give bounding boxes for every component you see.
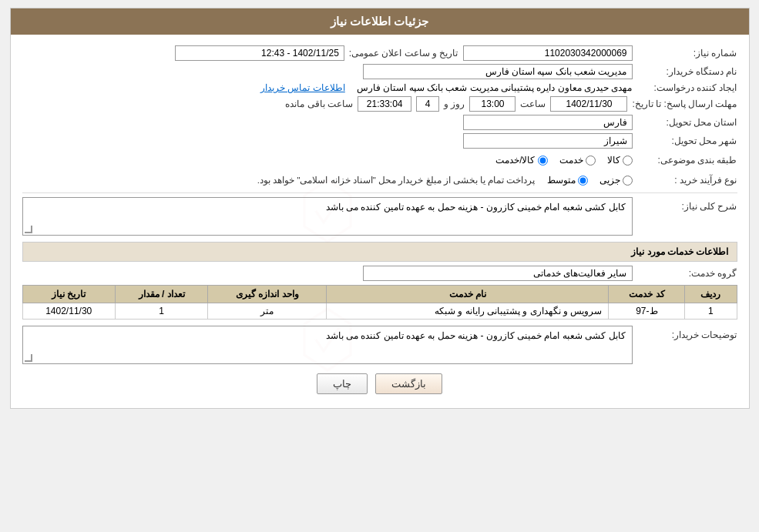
buyer-org-row: نام دستگاه خریدار: مدیریت شعب بانک سپه ا… — [22, 64, 737, 79]
category-kala-khedmat-radio[interactable] — [538, 156, 548, 166]
purchase-process-row: نوع فرآیند خرید : جزیی متوسط پرداخت تمام… — [22, 172, 737, 189]
creator-label: ایجاد کننده درخواست: — [637, 82, 737, 93]
response-date-value: 1402/11/30 — [550, 96, 627, 112]
resize-handle — [25, 226, 32, 233]
col-quantity: تعداد / مقدار — [115, 286, 207, 303]
category-options: کالا خدمت کالا/خدمت — [495, 155, 632, 166]
creator-name: مهدی حیدری معاون دایره پشتیبانی مدیریت ش… — [357, 82, 632, 93]
cell-service-code: ط-97 — [609, 303, 685, 320]
process-jozi-label: جزیی — [599, 175, 620, 186]
province-label: استان محل تحویل: — [637, 117, 737, 128]
process-motavasset: متوسط — [547, 175, 588, 186]
main-container: جزئیات اطلاعات نیاز شماره نیاز: 11020303… — [10, 8, 750, 409]
announcement-date-label: تاریخ و ساعت اعلان عمومی: — [349, 48, 458, 59]
resize-handle-2 — [25, 354, 32, 362]
response-remaining-label: ساعت باقی مانده — [285, 99, 353, 109]
response-time-label: ساعت — [520, 99, 546, 109]
back-button[interactable]: بازگشت — [375, 373, 442, 394]
need-description-box: کابل کشی شعبه امام خمینی کازرون - هزینه … — [22, 197, 633, 236]
table-header-row: ردیف کد خدمت نام خدمت واحد اندازه گیری ت… — [22, 286, 737, 303]
buyer-description-row: توضیحات خریدار: کابل کشی شعبه امام خمینی… — [22, 326, 737, 364]
process-motavasset-radio[interactable] — [578, 176, 588, 186]
response-days-value: 4 — [416, 96, 439, 112]
creator-contact-link[interactable]: اطلاعات تماس خریدار — [260, 82, 345, 93]
response-time-value: 13:00 — [469, 96, 516, 112]
need-number-label: شماره نیاز: — [637, 48, 737, 59]
category-label: طبقه بندی موضوعی: — [637, 155, 737, 166]
col-service-name: نام خدمت — [327, 286, 609, 303]
page-header: جزئیات اطلاعات نیاز — [11, 8, 749, 35]
service-group-value: سایر فعالیت‌های خدماتی — [363, 266, 633, 281]
service-group-label: گروه خدمت: — [637, 268, 737, 279]
response-deadline-row: مهلت ارسال پاسخ: تا تاریخ: 1402/11/30 سا… — [22, 96, 737, 112]
category-khedmat: خدمت — [559, 155, 596, 166]
need-number-value: 1102030342000069 — [463, 45, 633, 61]
purchase-process-text: پرداخت تمام یا بخشی از مبلغ خریدار محل "… — [257, 175, 536, 186]
city-value: شیراز — [463, 133, 633, 149]
buyer-description-text: کابل کشی شعبه امام خمینی کازرون - هزینه … — [326, 330, 626, 341]
category-kala-khedmat: کالا/خدمت — [495, 155, 547, 166]
category-khedmat-radio[interactable] — [586, 156, 596, 166]
service-group-row: گروه خدمت: سایر فعالیت‌های خدماتی — [22, 266, 737, 281]
category-kala-khedmat-label: کالا/خدمت — [495, 155, 535, 166]
process-motavasset-label: متوسط — [547, 175, 576, 186]
city-row: شهر محل تحویل: شیراز — [22, 133, 737, 149]
purchase-process-options: جزیی متوسط پرداخت تمام یا بخشی از مبلغ خ… — [22, 175, 633, 186]
announcement-date-value: 1402/11/25 - 12:43 — [175, 45, 344, 61]
services-table: ردیف کد خدمت نام خدمت واحد اندازه گیری ت… — [22, 285, 737, 320]
category-row: طبقه بندی موضوعی: کالا خدمت کالا/خدمت — [22, 152, 737, 169]
col-date: تاریخ نیاز — [22, 286, 115, 303]
buyer-description-box: کابل کشی شعبه امام خمینی کازرون - هزینه … — [22, 326, 633, 364]
response-remaining-value: 21:33:04 — [358, 96, 411, 112]
col-unit: واحد اندازه گیری — [208, 286, 327, 303]
category-khedmat-label: خدمت — [559, 155, 583, 166]
creator-row: ایجاد کننده درخواست: مهدی حیدری معاون دا… — [22, 82, 737, 93]
page-title: جزئیات اطلاعات نیاز — [331, 15, 428, 28]
process-jozi: جزیی — [599, 175, 633, 186]
action-buttons: بازگشت چاپ — [22, 373, 737, 394]
city-label: شهر محل تحویل: — [637, 136, 737, 146]
content-area: شماره نیاز: 1102030342000069 تاریخ و ساع… — [11, 35, 749, 408]
cell-row-num: 1 — [685, 303, 737, 320]
response-deadline-label: مهلت ارسال پاسخ: تا تاریخ: — [632, 99, 737, 109]
need-number-row: شماره نیاز: 1102030342000069 تاریخ و ساع… — [22, 45, 737, 61]
province-row: استان محل تحویل: فارس — [22, 115, 737, 130]
col-row-num: ردیف — [685, 286, 737, 303]
need-description-label: شرح کلی نیاز: — [637, 197, 737, 212]
cell-quantity: 1 — [115, 303, 207, 320]
buyer-description-label: توضیحات خریدار: — [637, 326, 737, 340]
divider-1 — [22, 192, 737, 193]
category-kala-radio[interactable] — [623, 156, 633, 166]
purchase-process-label: نوع فرآیند خرید : — [637, 175, 737, 186]
col-service-code: کد خدمت — [609, 286, 685, 303]
buyer-org-value: مدیریت شعب بانک سپه استان فارس — [363, 64, 633, 79]
buyer-org-label: نام دستگاه خریدار: — [637, 66, 737, 77]
category-kala: کالا — [607, 155, 633, 166]
need-description-wrapper: کابل کشی شعبه امام خمینی کازرون - هزینه … — [22, 197, 633, 236]
services-section-title: اطلاعات خدمات مورد نیاز — [22, 242, 737, 262]
category-kala-label: کالا — [607, 155, 620, 166]
cell-date: 1402/11/30 — [22, 303, 115, 320]
process-jozi-radio[interactable] — [623, 176, 633, 186]
cell-service-name: سرویس و نگهداری و پشتیبانی رایانه و شبکه — [327, 303, 609, 320]
need-description-text: کابل کشی شعبه امام خمینی کازرون - هزینه … — [326, 202, 626, 212]
need-description-row: شرح کلی نیاز: کابل کشی شعبه امام خمینی ک… — [22, 197, 737, 236]
print-button[interactable]: چاپ — [317, 373, 368, 394]
buyer-description-wrapper: کابل کشی شعبه امام خمینی کازرون - هزینه … — [22, 326, 633, 364]
table-row: 1 ط-97 سرویس و نگهداری و پشتیبانی رایانه… — [22, 303, 737, 320]
cell-unit: متر — [208, 303, 327, 320]
response-days-label: روز و — [444, 99, 465, 109]
province-value: فارس — [463, 115, 633, 130]
